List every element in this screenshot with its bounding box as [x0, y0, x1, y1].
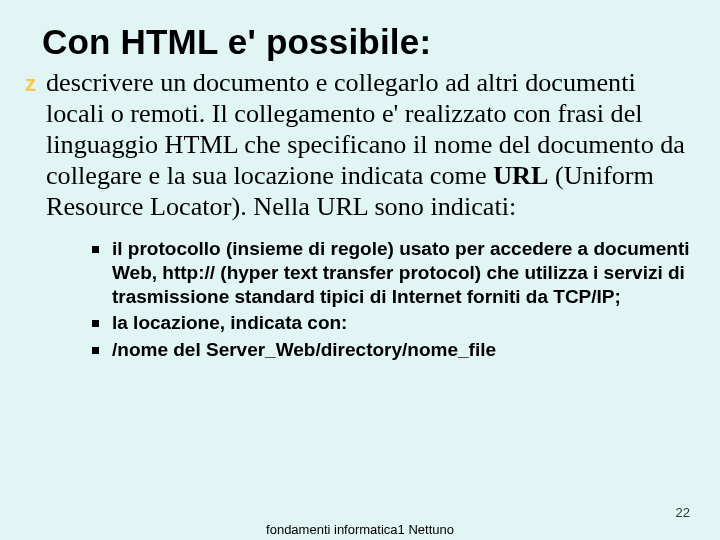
footer-center: fondamenti informatica1 Nettuno parte 2 — [266, 522, 454, 540]
slide: Con HTML e' possibile: z descrivere un d… — [0, 0, 720, 540]
page-number: 22 — [676, 505, 690, 520]
footer-line-1: fondamenti informatica1 Nettuno — [266, 522, 454, 537]
z-bullet-icon: z — [25, 71, 36, 97]
list-item: /nome del Server_Web/directory/nome_file — [88, 338, 692, 362]
main-text-bold: URL — [493, 161, 548, 190]
list-item: il protocollo (insieme di regole) usato … — [88, 237, 692, 310]
slide-title: Con HTML e' possibile: — [42, 22, 692, 62]
sub-bullet-list: il protocollo (insieme di regole) usato … — [28, 237, 692, 363]
main-bullet-block: z descrivere un documento e collegarlo a… — [28, 68, 692, 362]
list-item: la locazione, indicata con: — [88, 311, 692, 335]
main-paragraph: descrivere un documento e collegarlo ad … — [28, 68, 692, 223]
